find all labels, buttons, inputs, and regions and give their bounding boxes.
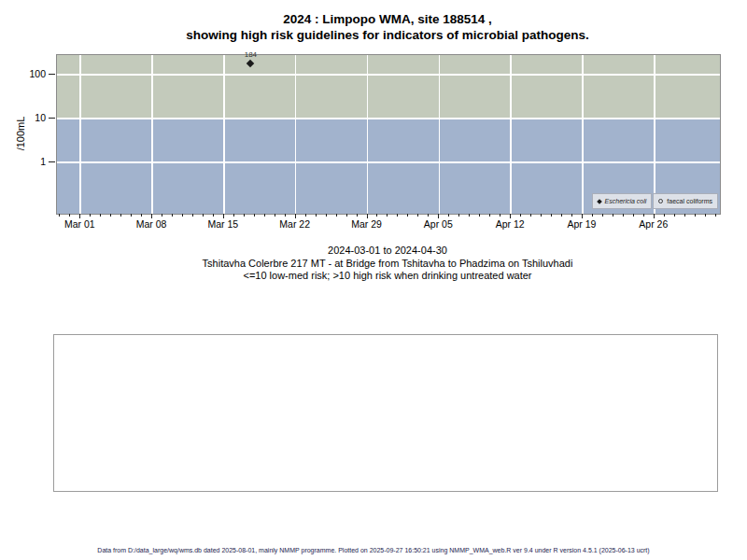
chart-title-line1: 2024 : Limpopo WMA, site 188514 , (28, 11, 747, 27)
x-axis-tick-minor (613, 214, 613, 217)
x-axis-tick-minor (602, 214, 603, 217)
x-axis-tick-minor (684, 214, 685, 217)
v-gridline (223, 55, 225, 214)
x-axis-tick-minor (715, 214, 716, 217)
x-axis-tick-minor (316, 214, 317, 217)
legend-entry-label: Eschericia coli (605, 198, 647, 204)
x-axis-tick-minor (448, 214, 449, 217)
x-axis-tick-minor (520, 214, 521, 217)
x-axis-tick-minor (551, 214, 552, 217)
chart-title-line2: showing high risk guidelines for indicat… (28, 27, 747, 43)
v-gridline (439, 55, 441, 214)
legend-entry: faecal coliforms (653, 193, 718, 209)
x-axis-tick-minor (376, 214, 377, 217)
legend-entry: Eschericia coli (592, 193, 653, 209)
x-axis-tick-minor (162, 214, 162, 217)
x-axis-tick-minor (192, 214, 193, 217)
x-axis-tick-minor (695, 214, 696, 217)
x-axis-tick-minor (59, 214, 60, 217)
x-axis-tick-minor (69, 214, 70, 217)
x-axis-tick-minor (664, 214, 665, 217)
v-gridline (79, 55, 81, 214)
x-axis-tick-minor (213, 214, 214, 217)
x-axis-tick-minor (172, 214, 173, 217)
subtitle-date-range: 2024-03-01 to 2024-04-30 (28, 245, 747, 258)
x-axis-tick-minor (233, 214, 234, 217)
x-axis-tick-minor (623, 214, 624, 217)
chart-title: 2024 : Limpopo WMA, site 188514 , showin… (28, 11, 747, 43)
x-axis-tick-minor (275, 214, 275, 217)
x-axis-tick-minor (633, 214, 634, 217)
h-gridline (57, 74, 720, 76)
x-axis-tick-minor (120, 214, 121, 217)
x-axis-tick-minor (141, 214, 142, 217)
y-axis-tick (49, 118, 55, 119)
x-axis-tick-minor (458, 214, 459, 217)
h-gridline (57, 161, 720, 163)
x-axis-tick-minor (336, 214, 337, 217)
v-gridline (510, 55, 512, 214)
x-axis-tick-minor (326, 214, 327, 217)
x-axis-tick-minor (674, 214, 675, 217)
x-axis-tick-minor (387, 214, 388, 217)
x-axis-tick-label: Apr 26 (639, 218, 668, 230)
v-gridline (367, 55, 369, 214)
x-axis-tick-minor (705, 214, 706, 217)
data-point-label: 184 (245, 50, 257, 59)
plot-area: Eschericia colifaecal coliforms 184 (56, 54, 721, 215)
chart-subtitle: 2024-03-01 to 2024-04-30 Tshitavha Coler… (28, 245, 747, 283)
open-circle-icon (658, 199, 663, 203)
h-gridline (57, 118, 720, 119)
empty-panel (53, 334, 718, 492)
x-axis-tick-label: Mar 08 (136, 218, 167, 230)
x-axis-tick-minor (305, 214, 306, 217)
x-axis-tick-minor (541, 214, 542, 217)
y-axis-tick (49, 74, 55, 75)
v-gridline (582, 55, 584, 214)
x-axis-tick-minor (90, 214, 91, 217)
x-axis-tick-label: Apr 12 (496, 218, 525, 230)
x-axis-tick-minor (131, 214, 132, 217)
x-axis-tick-minor (397, 214, 398, 217)
x-axis-tick-minor (244, 214, 245, 217)
x-axis-tick-label: Mar 22 (279, 218, 310, 230)
legend: Eschericia colifaecal coliforms (592, 193, 718, 209)
x-axis-tick-minor (479, 214, 480, 217)
y-axis-tick-label: 100 (18, 68, 46, 79)
x-axis-tick-minor (346, 214, 347, 217)
y-axis-tick (49, 161, 55, 162)
x-axis-tick-minor (417, 214, 418, 217)
x-axis-tick-label: Apr 05 (424, 218, 453, 230)
subtitle-site-description: Tshitavha Colerbre 217 MT - at Bridge fr… (28, 258, 747, 271)
x-axis-tick-minor (469, 214, 470, 217)
x-axis-tick-minor (571, 214, 572, 217)
x-axis-tick-label: Mar 01 (64, 218, 95, 230)
y-axis-tick-label: 10 (18, 112, 46, 123)
x-axis-tick-minor (592, 214, 593, 217)
x-axis-tick-minor (489, 214, 490, 217)
x-axis-tick-label: Apr 19 (567, 218, 596, 230)
filled-diamond-icon (597, 199, 602, 204)
y-axis-tick-label: 1 (18, 156, 46, 167)
legend-entry-label: faecal coliforms (667, 198, 712, 204)
high-risk-band (57, 55, 720, 119)
x-axis-tick-minor (182, 214, 183, 217)
x-axis-tick-minor (530, 214, 531, 217)
x-axis-tick-minor (264, 214, 265, 217)
x-axis-tick-label: Mar 15 (208, 218, 239, 230)
x-axis-tick-label: Mar 29 (351, 218, 382, 230)
x-axis-tick-minor (500, 214, 500, 217)
v-gridline (295, 55, 297, 214)
x-axis-tick-minor (203, 214, 204, 217)
x-axis-tick-minor (407, 214, 408, 217)
x-axis-tick-minor (254, 214, 255, 217)
x-axis-tick-minor (428, 214, 429, 217)
v-gridline (151, 55, 153, 214)
subtitle-risk-guideline: <=10 low-med risk; >10 high risk when dr… (28, 270, 747, 283)
x-axis-tick-minor (110, 214, 111, 217)
x-axis-tick-minor (285, 214, 286, 217)
plot-page: 2024 : Limpopo WMA, site 188514 , showin… (0, 0, 747, 560)
footer-note: Data from D:/data_large/wq/wms.db dated … (0, 547, 747, 553)
v-gridline (654, 55, 655, 214)
x-axis-tick-minor (357, 214, 358, 217)
